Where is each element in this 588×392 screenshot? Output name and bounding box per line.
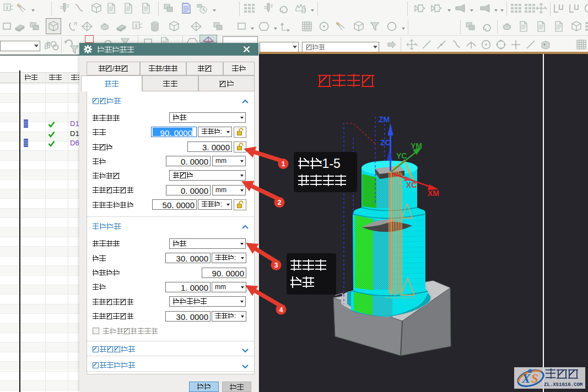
svg-text:ZM: ZM bbox=[379, 115, 390, 124]
svg-text:YM: YM bbox=[411, 141, 422, 150]
svg-text:YC: YC bbox=[396, 151, 407, 160]
svg-text:X: X bbox=[521, 372, 531, 385]
svg-text:XM: XM bbox=[428, 189, 439, 198]
svg-text:XC: XC bbox=[406, 181, 417, 189]
svg-text:S: S bbox=[531, 372, 538, 385]
svg-text:ZC: ZC bbox=[380, 138, 391, 147]
